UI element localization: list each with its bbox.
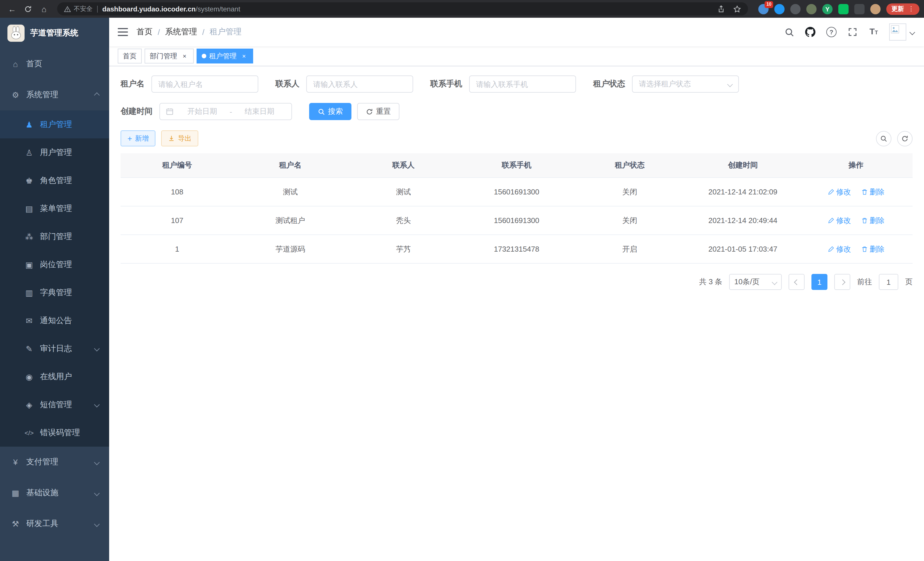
table-row: 1 芋道源码 芋艿 17321315478 开启 2021-01-05 17:0… <box>121 235 913 263</box>
page-number-1[interactable]: 1 <box>812 274 827 290</box>
omnibox-divider <box>97 5 98 12</box>
cell-phone: 15601691300 <box>460 206 573 235</box>
browser-puzzle-extension-icon[interactable] <box>854 4 865 14</box>
sidebar-item-system[interactable]: ⚙ 系统管理 <box>0 80 109 110</box>
browser-home-icon[interactable]: ⌂ <box>37 2 51 16</box>
address-bar[interactable]: 不安全 dashboard.yudao.iocoder.cn/system/te… <box>57 2 748 15</box>
security-warning[interactable]: 不安全 <box>64 5 93 13</box>
close-icon[interactable] <box>181 52 189 60</box>
github-icon[interactable] <box>805 26 816 38</box>
tenant-status-select[interactable]: 请选择租户状态 <box>632 75 739 93</box>
cell-actions: 修改 删除 <box>800 206 913 235</box>
sidebar-item-sms[interactable]: ◈ 短信管理 <box>0 391 109 419</box>
chevron-down-icon <box>94 459 100 465</box>
toggle-search-button[interactable] <box>876 131 891 146</box>
range-separator: - <box>230 107 232 116</box>
export-button[interactable]: 导出 <box>161 130 198 146</box>
sidebar-item-menu[interactable]: ▤ 菜单管理 <box>0 194 109 223</box>
breadcrumb-current: 租户管理 <box>210 27 242 37</box>
start-date-placeholder[interactable]: 开始日期 <box>176 106 229 117</box>
browser-extension-icon-1[interactable]: 10 <box>758 4 769 14</box>
tab-home[interactable]: 首页 <box>118 49 142 63</box>
add-button[interactable]: 新增 <box>121 130 155 146</box>
logo[interactable]: 芋道管理系统 <box>0 18 109 49</box>
tab-department[interactable]: 部门管理 <box>145 49 194 63</box>
reset-button[interactable]: 重置 <box>357 103 399 120</box>
contact-input[interactable] <box>306 75 413 93</box>
fullscreen-icon[interactable] <box>847 26 858 38</box>
close-icon[interactable] <box>240 52 248 60</box>
sidebar-item-notice[interactable]: ✉ 通知公告 <box>0 307 109 335</box>
page-unit: 页 <box>905 277 913 287</box>
sidebar-item-user[interactable]: ♙ 用户管理 <box>0 138 109 166</box>
browser-extension-icon-3[interactable] <box>790 4 801 14</box>
search-icon[interactable] <box>783 26 795 38</box>
page-size-select[interactable]: 10条/页 <box>729 274 782 290</box>
refresh-table-button[interactable] <box>897 131 913 146</box>
field-label: 租户名 <box>121 79 145 89</box>
browser-extension-icon-4[interactable] <box>806 4 817 14</box>
browser-menu-kebab-icon[interactable] <box>908 5 914 13</box>
browser-update-button[interactable]: 更新 <box>886 3 920 15</box>
browser-refresh-icon[interactable] <box>21 2 35 16</box>
sidebar-item-error-code[interactable]: </> 错误码管理 <box>0 419 109 447</box>
sidebar-item-online-user[interactable]: ◉ 在线用户 <box>0 362 109 391</box>
contact-phone-input[interactable] <box>469 75 576 93</box>
breadcrumb-home[interactable]: 首页 <box>136 27 153 37</box>
chevron-right-icon <box>839 279 845 285</box>
edit-link[interactable]: 修改 <box>827 244 851 254</box>
tab-tenant[interactable]: 租户管理 <box>196 49 253 63</box>
goto-page-input[interactable] <box>879 274 898 290</box>
sidebar-item-home[interactable]: ⌂ 首页 <box>0 49 109 80</box>
edit-link[interactable]: 修改 <box>827 187 851 197</box>
prev-page-button[interactable] <box>789 274 805 290</box>
sms-icon: ◈ <box>24 400 34 409</box>
delete-link[interactable]: 删除 <box>861 244 885 254</box>
filter-create-time: 创建时间 开始日期 - 结束日期 <box>121 103 292 120</box>
browser-extension-icon-5[interactable]: Y <box>822 4 832 14</box>
page-content: 租户名 联系人 联系手机 租户状态 请选择租户状态 <box>109 66 924 561</box>
filter-row-2: 创建时间 开始日期 - 结束日期 搜索 <box>121 103 913 120</box>
browser-extension-icon-6[interactable] <box>838 4 849 14</box>
sidebar-collapse-icon[interactable] <box>118 28 128 36</box>
payment-icon: ¥ <box>10 457 21 467</box>
browser-extension-icon-2[interactable] <box>774 4 784 14</box>
next-page-button[interactable] <box>834 274 850 290</box>
role-icon: ♚ <box>24 176 34 185</box>
delete-link[interactable]: 删除 <box>861 187 885 197</box>
cell-created: 2021-12-14 21:02:09 <box>686 177 800 206</box>
sidebar-item-audit-log[interactable]: ✎ 审计日志 <box>0 335 109 362</box>
main-area: 首页 / 系统管理 / 租户管理 <box>109 18 924 561</box>
navbar-tools: TT <box>783 23 915 41</box>
font-size-icon[interactable]: TT <box>868 26 879 38</box>
column-header: 操作 <box>800 153 913 177</box>
cell-actions: 修改 删除 <box>800 177 913 206</box>
share-icon[interactable] <box>717 5 725 13</box>
tenant-name-input[interactable] <box>152 75 258 93</box>
sidebar-item-label: 部门管理 <box>40 231 72 242</box>
column-header: 租户名 <box>234 153 347 177</box>
browser-profile-icon[interactable] <box>870 4 880 14</box>
sidebar-item-post[interactable]: ▣ 岗位管理 <box>0 250 109 278</box>
sidebar-item-infrastructure[interactable]: ▦ 基础设施 <box>0 478 109 508</box>
user-avatar-menu[interactable] <box>889 23 915 41</box>
bookmark-star-icon[interactable] <box>733 5 741 13</box>
infrastructure-icon: ▦ <box>10 488 21 498</box>
sidebar-item-devtools[interactable]: ⚒ 研发工具 <box>0 508 109 539</box>
delete-link[interactable]: 删除 <box>861 215 885 226</box>
sidebar-item-payment[interactable]: ¥ 支付管理 <box>0 447 109 478</box>
extensions-tray: 10 Y <box>754 4 885 14</box>
help-icon[interactable] <box>826 26 837 38</box>
end-date-placeholder[interactable]: 结束日期 <box>233 106 286 117</box>
sidebar-item-role[interactable]: ♚ 角色管理 <box>0 166 109 194</box>
sidebar-item-dictionary[interactable]: ▥ 字典管理 <box>0 278 109 307</box>
edit-link[interactable]: 修改 <box>827 215 851 226</box>
sidebar-item-tenant[interactable]: ♟ 租户管理 <box>0 110 109 138</box>
browser-back-icon[interactable]: ← <box>4 2 20 16</box>
create-time-range-picker[interactable]: 开始日期 - 结束日期 <box>159 103 292 120</box>
search-button[interactable]: 搜索 <box>309 103 351 120</box>
breadcrumb-section[interactable]: 系统管理 <box>165 27 197 37</box>
logo-avatar <box>8 25 25 42</box>
sidebar-item-department[interactable]: ⁂ 部门管理 <box>0 223 109 250</box>
tenant-icon: ♟ <box>24 120 34 129</box>
